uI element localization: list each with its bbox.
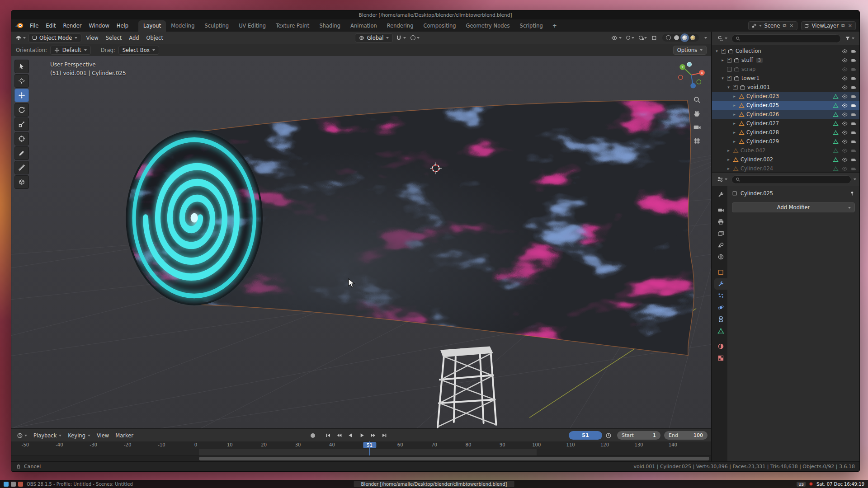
workspace-tab-uv-editing[interactable]: UV Editing [234,20,271,32]
show-overlays-dropdown[interactable] [637,35,649,41]
viewport-menu-object[interactable]: Object [143,33,167,42]
menu-window[interactable]: Window [85,21,113,30]
hide-in-viewport-toggle[interactable] [842,166,848,172]
outliner-row-cube-042[interactable]: ▸Cube.042 [712,146,859,155]
viewport-3d[interactable]: User Perspective (51) void.001 | Cylinde… [11,56,711,428]
shading-dropdown[interactable] [703,36,709,40]
recording-indicator-icon[interactable] [809,482,813,486]
collection-checkbox[interactable] [727,76,732,81]
properties-tab-texture[interactable] [714,352,727,364]
tool-transform[interactable] [14,132,29,145]
hide-in-viewport-toggle[interactable] [842,66,848,72]
collection-checkbox[interactable] [721,49,726,54]
outliner-row-cylinder-029[interactable]: ▸Cylinder.029 [712,137,859,146]
options-dropdown[interactable]: Options [673,46,707,55]
mode-dropdown[interactable]: Object Mode [28,33,81,42]
timeline-ruler[interactable]: -50-40-30-20-100102030405060708090100110… [11,441,711,455]
unlink-scene-button[interactable]: × [789,23,794,28]
expand-arrow[interactable]: ▸ [732,103,737,108]
properties-tab-world[interactable] [714,251,727,263]
taskbar-window-button[interactable]: Blender [/home/amalie/Desktop/blender/cl… [354,481,514,487]
hide-in-viewport-toggle[interactable] [842,84,848,90]
expand-arrow[interactable]: ▸ [732,112,737,117]
auto-keying-toggle[interactable] [309,432,317,439]
tool-rotate[interactable] [14,103,29,117]
zoom-button[interactable] [693,96,702,105]
tool-annotate[interactable] [14,146,29,160]
tool-tweak[interactable] [14,60,29,73]
hide-in-viewport-toggle[interactable] [842,75,848,81]
viewport-menu-view[interactable]: View [82,33,102,42]
properties-tab-view-layer[interactable] [714,228,727,239]
expand-arrow[interactable]: ▸ [732,121,737,126]
remove-viewlayer-button[interactable]: × [848,23,853,28]
menu-render[interactable]: Render [60,21,85,30]
tool-measure[interactable] [14,161,29,174]
timeline-menu-view[interactable]: View [94,431,112,440]
expand-arrow[interactable]: ▸ [720,58,725,62]
play-reverse-button[interactable] [345,431,356,440]
preview-range-toggle[interactable] [604,432,613,440]
viewport-menu-select[interactable]: Select [102,33,125,42]
workspace-tab-layout[interactable]: Layout [138,20,166,32]
collection-checkbox[interactable] [733,85,738,90]
hide-in-viewport-toggle[interactable] [842,148,848,154]
expand-arrow[interactable]: ▾ [720,76,725,80]
properties-tab-data[interactable] [714,325,727,337]
previous-keyframe-button[interactable] [334,431,344,440]
expand-arrow[interactable]: ▾ [726,85,731,89]
window-titlebar[interactable]: Blender [/home/amalie/Desktop/blender/cl… [11,10,859,19]
filter-button[interactable] [843,35,856,42]
timeline-menu-playback[interactable]: Playback [30,431,65,440]
expand-arrow[interactable]: ▸ [726,166,731,171]
workspace-tab-animation[interactable]: Animation [345,20,382,32]
camera-view-button[interactable] [693,123,702,132]
properties-tab-particles[interactable] [714,290,727,301]
search-input[interactable] [743,177,847,183]
snapping-toggle[interactable] [394,34,408,42]
outliner-row-cylinder-023[interactable]: ▸Cylinder.023 [712,92,859,101]
disable-in-renders-toggle[interactable] [851,57,857,63]
properties-search[interactable] [731,175,851,184]
expand-arrow[interactable]: ▸ [732,139,737,144]
outliner-row-cylinder-024[interactable]: ▸Cylinder.024 [712,164,859,172]
menu-file[interactable]: File [26,21,42,30]
pin-icon[interactable] [849,191,855,196]
tower-object[interactable] [438,346,496,427]
toggle-perspective-button[interactable] [693,136,702,145]
outliner-row-stuff[interactable]: ▸stuff3 [712,56,859,65]
outliner-row-cylinder-028[interactable]: ▸Cylinder.028 [712,128,859,137]
properties-tab-constraints[interactable] [714,314,727,325]
next-keyframe-button[interactable] [368,431,378,440]
properties-tab-material[interactable] [714,341,727,352]
orientation-dropdown[interactable]: Default [50,46,91,55]
tool-cursor[interactable] [14,74,29,88]
hide-in-viewport-toggle[interactable] [842,57,848,63]
workspace-tab-shading[interactable]: Shading [314,20,345,32]
frame-start-field[interactable]: Start1 [617,431,660,440]
hide-in-viewport-toggle[interactable] [842,157,848,163]
outliner-row-void-001[interactable]: ▾void.001 [712,83,859,92]
properties-tab-render[interactable] [714,204,727,216]
disable-in-renders-toggle[interactable] [851,139,857,145]
disable-in-renders-toggle[interactable] [851,130,857,136]
outliner-row-cylinder-002[interactable]: ▸Cylinder.002 [712,155,859,164]
add-workspace-button[interactable]: + [549,21,561,30]
show-gizmo-dropdown[interactable] [624,35,636,41]
menu-edit[interactable]: Edit [42,21,59,30]
timeline-scrollbar[interactable] [11,455,711,461]
editor-type-button[interactable] [15,432,29,440]
app-icon[interactable] [4,482,9,487]
workspace-tab-geometry-nodes[interactable]: Geometry Nodes [461,20,515,32]
disable-in-renders-toggle[interactable] [851,112,857,117]
shading-wireframe-icon[interactable] [666,35,671,40]
shading-rendered-icon[interactable] [690,35,695,40]
collection-checkbox[interactable] [727,58,732,63]
navigation-gizmo[interactable]: X Y [677,61,706,89]
timeline-menu-keying[interactable]: Keying [65,431,94,440]
properties-tab-modifiers[interactable] [714,278,727,290]
collection-checkbox[interactable] [727,67,732,72]
outliner-search[interactable] [731,34,841,43]
expand-arrow[interactable]: ▸ [732,94,737,99]
shading-material-preview-icon[interactable] [682,35,687,40]
